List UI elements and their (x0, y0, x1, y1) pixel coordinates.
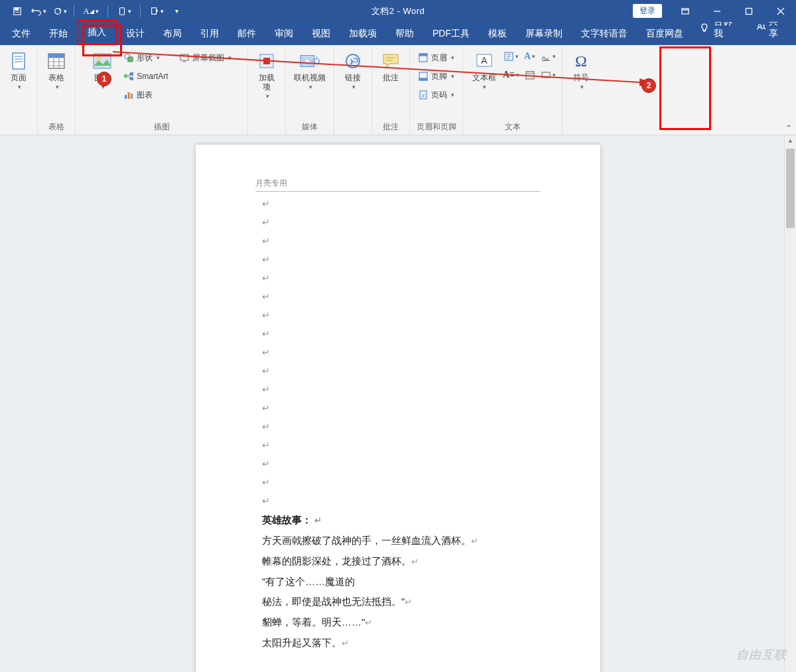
quickparts-icon[interactable]: ▾ (503, 48, 520, 65)
pagenum-button[interactable]: #页码▾ (414, 86, 458, 103)
tab-file[interactable]: 文件 (3, 23, 40, 45)
tab-layout[interactable]: 布局 (154, 23, 191, 45)
group-illustrations: 图片 ▾ 形状▾ SmartArt 图表 (76, 45, 248, 135)
svg-rect-11 (48, 54, 64, 58)
font-style-icon[interactable]: A◢▾ (79, 3, 103, 20)
svg-text:A: A (481, 55, 488, 66)
addin-icon (256, 50, 277, 72)
tab-review[interactable]: 审阅 (265, 23, 302, 45)
header-button[interactable]: 页眉▾ (414, 49, 458, 66)
tab-baidu[interactable]: 百度网盘 (637, 23, 693, 45)
vertical-scrollbar[interactable]: ▲ (784, 135, 796, 672)
pagenum-icon: # (418, 90, 429, 100)
textbox-button[interactable]: A 文本框 ▾ (468, 48, 500, 93)
datetime-icon[interactable] (521, 66, 539, 84)
svg-rect-21 (131, 94, 133, 99)
svg-rect-1 (15, 7, 19, 10)
textbox-icon: A (474, 50, 495, 72)
svg-text:#: # (422, 93, 425, 99)
screenshot-icon (179, 52, 190, 63)
tab-home[interactable]: 开始 (40, 23, 77, 45)
smartart-button[interactable]: SmartArt (119, 68, 172, 85)
svg-rect-18 (130, 77, 133, 80)
pages-button[interactable]: 页面 ▾ (4, 48, 33, 93)
footer-icon (418, 71, 429, 82)
scroll-up-icon[interactable]: ▲ (785, 135, 796, 144)
document-area[interactable]: 月亮专用 ↵ ↵ ↵ ↵ ↵ ↵ ↵ ↵ ↵ ↵ ↵ ↵ ↵ ↵ ↵ ↵ ↵ 英… (0, 135, 796, 672)
share-icon (757, 23, 766, 33)
tab-design[interactable]: 设计 (117, 23, 154, 45)
object-icon[interactable]: ▾ (540, 66, 557, 84)
qat-customize-icon[interactable]: ▾ (170, 3, 182, 20)
svg-rect-17 (130, 72, 133, 76)
new-icon[interactable]: ▾ (145, 3, 168, 20)
tab-insert[interactable]: 插入 (77, 20, 117, 45)
group-addins: 加载 项 ▾ (248, 45, 286, 135)
close-icon[interactable] (765, 0, 796, 22)
group-header-footer: 页眉▾ 页脚▾ #页码▾ 页眉和页脚 (410, 45, 463, 135)
title-bar: ▾ ▾ A◢▾ ▾ ▾ ▾ 文档2 - Word 登录 (0, 0, 796, 22)
scroll-thumb[interactable] (786, 149, 795, 228)
maximize-icon[interactable] (734, 0, 764, 22)
login-button[interactable]: 登录 (633, 4, 662, 18)
group-links: 链接 ▾ (334, 45, 372, 135)
svg-rect-31 (419, 78, 427, 80)
wordart-icon[interactable]: A▾ (521, 48, 539, 65)
omega-icon: Ω (570, 50, 592, 72)
tab-mail[interactable]: 邮件 (228, 23, 265, 45)
table-button[interactable]: 表格 ▾ (42, 48, 71, 93)
svg-rect-20 (128, 92, 130, 99)
tab-record[interactable]: 屏幕录制 (516, 23, 572, 45)
minimize-icon[interactable] (702, 0, 732, 22)
ribbon-options-icon[interactable] (670, 0, 700, 22)
svg-rect-6 (682, 9, 689, 14)
svg-rect-4 (119, 7, 124, 15)
dropcap-icon[interactable]: A≡▾ (503, 66, 520, 84)
svg-rect-16 (124, 74, 127, 78)
svg-rect-12 (94, 54, 111, 68)
video-button[interactable]: 联机视频 ▾ (290, 48, 330, 93)
quick-access-toolbar: ▾ ▾ A◢▾ ▾ ▾ ▾ (0, 3, 182, 20)
tab-help[interactable]: 帮助 (386, 23, 423, 45)
svg-point-26 (314, 58, 320, 64)
addin-button[interactable]: 加载 项 ▾ (252, 48, 281, 102)
tab-references[interactable]: 引用 (191, 23, 228, 45)
save-icon[interactable] (8, 3, 27, 20)
link-button[interactable]: 链接 ▾ (338, 48, 367, 93)
svg-rect-2 (15, 11, 20, 12)
group-comments: 批注 批注 (372, 45, 410, 135)
svg-rect-7 (746, 8, 752, 14)
header-icon (418, 52, 429, 63)
symbol-button[interactable]: Ω 符号 ▾ (566, 48, 596, 93)
shapes-button[interactable]: 形状▾ (119, 49, 172, 66)
ribbon-tabs: 文件 开始 插入 设计 布局 引用 邮件 审阅 视图 加载项 帮助 PDF工具 … (0, 22, 796, 45)
svg-rect-5 (151, 7, 156, 14)
svg-rect-37 (526, 72, 534, 79)
comment-button[interactable]: 批注 (376, 48, 405, 85)
svg-rect-24 (263, 58, 270, 64)
tab-pdf[interactable]: PDF工具 (423, 23, 479, 45)
page-icon (8, 50, 29, 72)
window-title: 文档2 - Word (371, 5, 425, 17)
tab-tts[interactable]: 文字转语音 (572, 23, 637, 45)
document-line: 貂蝉，等着。明天……"↵ (262, 612, 534, 633)
chart-button[interactable]: 图表 (119, 86, 172, 103)
shapes-icon (123, 52, 134, 63)
picture-icon (92, 50, 113, 72)
footer-button[interactable]: 页脚▾ (414, 68, 458, 85)
collapse-ribbon-icon[interactable]: ⌃ (785, 123, 792, 133)
screenshot-button[interactable]: 屏幕截图▾ (175, 49, 235, 66)
tab-view[interactable]: 视图 (302, 23, 340, 45)
redo-icon[interactable]: ▾ (50, 3, 69, 20)
tab-template[interactable]: 模板 (479, 23, 516, 45)
annotation-2: 2 (641, 78, 656, 93)
signature-icon[interactable]: ▾ (540, 48, 557, 65)
group-media: 联机视频 ▾ 媒体 (286, 45, 334, 135)
smartart-icon (123, 71, 134, 82)
device-icon[interactable]: ▾ (113, 3, 135, 20)
undo-icon[interactable]: ▾ (29, 3, 48, 20)
watermark-brand: 自由互联 (736, 647, 787, 663)
tab-addins[interactable]: 加载项 (340, 23, 386, 45)
group-tables: 表格 ▾ 表格 (38, 45, 76, 135)
svg-point-13 (97, 56, 101, 60)
